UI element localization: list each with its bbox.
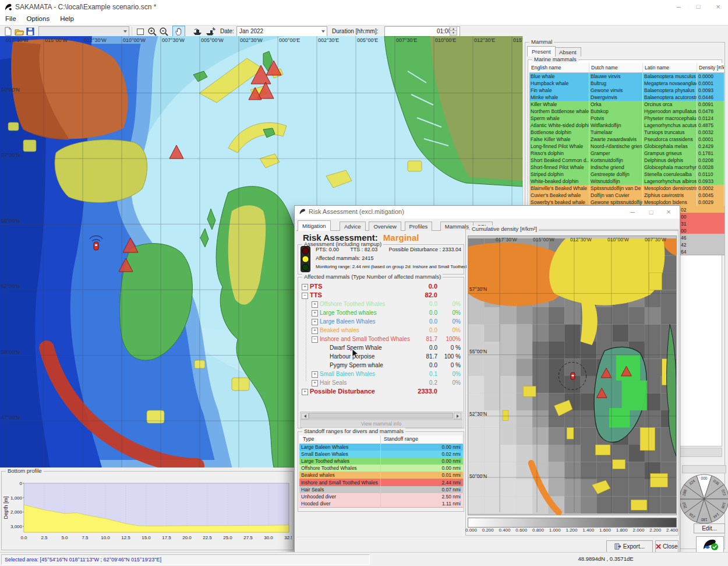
tree-item-percent: 100 % xyxy=(444,352,461,361)
scroll-left-icon[interactable] xyxy=(301,413,309,419)
tree-item-harbour-porpoise[interactable]: Harbour porpoise81.7100 % xyxy=(301,352,462,361)
compass-edit-button[interactable]: Edit... xyxy=(694,523,725,533)
tree-item-possible-disturbance[interactable]: +Possible Disturbance2333.0 xyxy=(301,387,462,396)
new-file-button[interactable] xyxy=(3,26,13,37)
menu-item-help[interactable]: Help xyxy=(55,14,79,23)
cell: Orka xyxy=(589,101,643,108)
svg-text:30.0: 30.0 xyxy=(264,535,273,540)
vessel-tool[interactable] xyxy=(192,26,203,37)
cell: 0.0028 xyxy=(697,164,725,171)
standoff-row[interactable]: Small Baleen Whales0.02 nmi xyxy=(299,451,463,458)
cell: 0.0001 xyxy=(697,80,725,87)
select-area-tool[interactable] xyxy=(135,26,146,37)
svg-text:32.5: 32.5 xyxy=(284,535,292,540)
close-button[interactable]: × xyxy=(708,0,728,13)
zoom-out-tool[interactable] xyxy=(158,26,169,37)
view-mammal-info-button[interactable]: View mammal info xyxy=(300,420,462,428)
expand-icon[interactable]: + xyxy=(312,371,318,378)
column-header: Density [#/km²] xyxy=(697,63,725,72)
scale-tick-label: 2.200 xyxy=(649,528,661,533)
tree-item-pts[interactable]: +PTS0.0 xyxy=(301,282,462,291)
tree-item-offshore-toothed-whales[interactable]: +Offshore Toothed Whales0.00% xyxy=(301,300,462,308)
tree-item-pygmy-sperm-whale[interactable]: Pygmy Sperm whale0.00 % xyxy=(301,361,462,370)
dialog-minimize-button[interactable]: – xyxy=(623,206,642,219)
standoff-row[interactable]: Hair Seals0.07 nmi xyxy=(299,486,463,494)
tree-item-small-baleen-whales[interactable]: +Small Baleen Whales0.10% xyxy=(301,370,462,378)
standoff-row[interactable]: Unhooded diver2.50 nmi xyxy=(299,493,463,501)
cell: 0.0091 xyxy=(697,101,725,108)
standoff-row[interactable]: Offshore Toothed Whales0.00 nmi xyxy=(299,465,463,472)
cell: Gestreepte dolfijn xyxy=(589,171,643,178)
tree-hscrollbar[interactable] xyxy=(300,412,462,420)
tree-item-hair-seals[interactable]: +Hair Seals0.20% xyxy=(301,378,462,387)
sakamata-check-icon xyxy=(701,537,719,551)
expand-icon[interactable]: + xyxy=(302,389,308,395)
tree-item-dwarf-sperm-whale[interactable]: Dwarf Sperm Whale0.00 % xyxy=(301,343,462,352)
save-button[interactable] xyxy=(25,26,36,37)
export-button[interactable]: Export... xyxy=(606,540,653,553)
density-partial-value: 31 xyxy=(680,221,686,227)
density-map[interactable]: 017°30'W015°00'W012°30'W010°00'W007°30'W… xyxy=(468,235,677,515)
dialog-maximize-button[interactable]: □ xyxy=(641,206,661,219)
tab-absent[interactable]: Absent xyxy=(554,47,581,57)
dialog-tab-advice[interactable]: Advice xyxy=(340,222,366,231)
tree-item-large-toothed-whales[interactable]: +Large Toothed whales0.00% xyxy=(301,308,462,317)
density-partial-value: 42 xyxy=(680,242,686,248)
risk-assessment-dialog: Risk Assessment (excl.mitigation) – □ × … xyxy=(294,205,680,554)
tab-present[interactable]: Present xyxy=(527,46,556,57)
scale-tick-label: 2.400 xyxy=(666,528,678,533)
scroll-right-icon[interactable] xyxy=(454,413,461,419)
open-file-button[interactable] xyxy=(14,26,24,37)
maximize-button[interactable]: □ xyxy=(688,0,708,13)
dialog-close-icon-button[interactable]: × xyxy=(659,206,678,219)
menu-item-options[interactable]: Options xyxy=(22,14,55,23)
layer-select[interactable] xyxy=(38,26,129,37)
dialog-tab-overview[interactable]: Overview xyxy=(369,222,401,231)
standoff-row[interactable]: Large Toothed whales0.00 nmi xyxy=(299,458,463,465)
spin-up-icon[interactable]: ▲ xyxy=(450,26,457,31)
dialog-tab-mitigation[interactable]: Mitigation xyxy=(298,220,331,231)
date-select[interactable]: Jan 2022 xyxy=(236,26,327,37)
sonar-vessel-tool[interactable] xyxy=(205,26,215,37)
tree-item-inshore-and-small-toothed-whales[interactable]: −Inshore and Small Toothed Whales81.7100… xyxy=(301,335,462,343)
duration-spinner[interactable]: ▲ ▼ xyxy=(450,26,457,36)
expand-icon[interactable]: + xyxy=(312,301,318,308)
table-row-partial[interactable]: 64 xyxy=(680,248,725,255)
expand-icon[interactable]: + xyxy=(312,319,318,325)
standoff-row[interactable]: Large Baleen Whales0.00 nmi xyxy=(299,444,463,451)
map-lon-label: 015°00'W xyxy=(45,37,68,43)
tree-item-beaked-whales[interactable]: +Beaked whales0.00% xyxy=(301,326,462,335)
scroll-thumb[interactable] xyxy=(309,413,453,419)
cell: Bultrug xyxy=(589,80,643,87)
tree-item-tts[interactable]: −TTS82.0 xyxy=(301,291,462,300)
scale-tick-label: 2.000 xyxy=(632,528,644,533)
zoom-in-tool[interactable] xyxy=(147,26,157,37)
cell: 0.0478 xyxy=(697,108,725,115)
minimize-button[interactable]: – xyxy=(669,0,688,13)
standoff-row[interactable]: Inshore and Small Toothed Whales2.44 nmi xyxy=(299,479,463,487)
cell: Tursiops truncatus xyxy=(643,129,697,136)
transmission-compass[interactable]: 000036072108144180216252288324 xyxy=(678,473,728,525)
expand-icon[interactable]: + xyxy=(312,328,318,334)
collapse-icon[interactable]: − xyxy=(302,293,308,299)
density-partial-value: 02 xyxy=(680,207,686,213)
dialog-tab-profiles[interactable]: Profiles xyxy=(405,222,433,231)
duration-input[interactable]: 01:00 xyxy=(384,26,460,37)
expand-icon[interactable]: + xyxy=(312,380,318,386)
mammal-table-header: English nameDutch nameLatin nameDensity … xyxy=(529,63,725,73)
standoff-row[interactable]: Beaked whales0.01 nmi xyxy=(299,472,463,479)
column-header: Dutch name xyxy=(589,63,643,72)
close-dialog-button[interactable]: Close xyxy=(655,540,678,553)
standoff-row[interactable]: Hooded diver1.11 nmi xyxy=(299,500,463,508)
menu-item-file[interactable]: File xyxy=(0,14,22,23)
validation-status-button[interactable] xyxy=(696,536,724,553)
mammal-name-cell: False Killer Whale xyxy=(529,136,589,143)
density-lon-label: 012°30'W xyxy=(570,237,592,242)
tree-item-large-baleen-whales[interactable]: +Large Baleen Whales0.00% xyxy=(301,317,462,326)
collapse-icon[interactable]: − xyxy=(312,336,318,343)
affected-mammals-tree[interactable]: +PTS0.0−TTS82.0+Offshore Toothed Whales0… xyxy=(301,282,462,399)
expand-icon[interactable]: + xyxy=(302,284,308,290)
expand-icon[interactable]: + xyxy=(312,310,318,317)
spin-down-icon[interactable]: ▼ xyxy=(450,31,457,36)
cell: Orcinus orca xyxy=(643,101,697,108)
